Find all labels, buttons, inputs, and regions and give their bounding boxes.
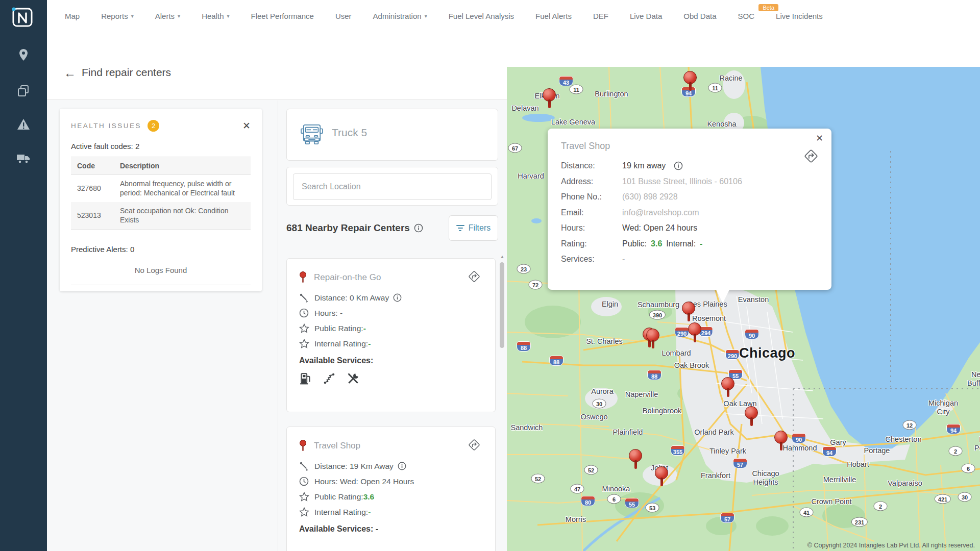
map-pin[interactable]: [543, 88, 556, 102]
nav-item-administration[interactable]: Administration▾: [362, 12, 438, 20]
map-label: St. Charles: [586, 337, 623, 346]
nav-item-health[interactable]: Health▾: [191, 12, 240, 20]
map-pin[interactable]: [721, 377, 734, 390]
fault-col-description: Description: [114, 157, 251, 175]
nav-item-label: Map: [65, 12, 80, 20]
scrollbar-thumb[interactable]: [500, 262, 504, 348]
internal-rating-label: Internal Rating:: [314, 339, 368, 348]
scroll-up-arrow[interactable]: ▲: [499, 254, 506, 259]
map-label: Oswego: [580, 413, 607, 421]
map-label: Evanston: [738, 295, 769, 304]
repair-center-card[interactable]: Repair-on-the Go Distance: 0 Km Away: [286, 258, 496, 412]
nav-item-fleet-performance[interactable]: Fleet Performance: [240, 12, 325, 20]
distance-text: Distance: 19 Km Away: [314, 462, 394, 471]
popup-services-label: Services:: [561, 255, 622, 264]
sidebar: [0, 0, 47, 551]
nav-item-reports[interactable]: Reports▾: [90, 12, 144, 20]
map-pin[interactable]: [688, 322, 701, 336]
map[interactable]: RacineBurlingtonElkhornDelavanLake Genev…: [507, 67, 980, 551]
map-pin[interactable]: [629, 449, 642, 462]
map-info-popup: ✕ Travel Shop Distance: 19 km away Addre…: [548, 129, 831, 290]
fault-col-code: Code: [71, 157, 114, 175]
map-pin[interactable]: [774, 431, 788, 444]
map-pin[interactable]: [745, 406, 758, 419]
road-shield: 88: [517, 341, 531, 352]
map-label: Kenosha: [707, 120, 736, 129]
map-label: Burlington: [595, 90, 628, 98]
nav-item-soc[interactable]: SOCBeta: [727, 12, 766, 20]
internal-rating-label: Internal Rating:: [314, 508, 368, 517]
map-label: La Porte: [974, 435, 980, 452]
chevron-down-icon: ▾: [227, 13, 229, 19]
directions-icon[interactable]: [465, 436, 483, 456]
popup-rating-value: Public: 3.6 Internal: -: [622, 239, 702, 248]
truck-side-icon[interactable]: [14, 149, 33, 168]
popup-rating-label: Rating:: [561, 239, 622, 248]
nav-item-fuel-level-analysis[interactable]: Fuel Level Analysis: [438, 12, 525, 20]
table-row: 523013 Seat occupation not Ok: Condition…: [71, 202, 251, 230]
nav-item-live-incidents[interactable]: Live Incidents: [765, 12, 834, 20]
warning-triangle-icon[interactable]: [14, 115, 33, 134]
road-shield: 88: [647, 370, 662, 380]
list-header: 681 Nearby Repair Centers Filters: [286, 214, 498, 242]
directions-icon[interactable]: [465, 268, 483, 287]
nav-item-live-data[interactable]: Live Data: [619, 12, 673, 20]
suspension-icon: [323, 372, 336, 385]
road-shield: 52: [531, 474, 545, 484]
filters-button[interactable]: Filters: [449, 215, 498, 241]
nav-item-label: DEF: [593, 12, 608, 20]
nav-item-user[interactable]: User: [325, 12, 362, 20]
road-shield: 43: [559, 76, 573, 86]
map-label: Orland Park: [694, 428, 733, 437]
back-arrow-icon[interactable]: ←: [62, 65, 78, 81]
location-pin-icon[interactable]: [14, 46, 33, 64]
health-issues-card: HEALTH ISSUES 2 ✕ Active fault codes: 2 …: [60, 109, 262, 291]
map-label: Morris: [566, 515, 586, 524]
road-shield: 67: [508, 143, 522, 153]
road-shield: 57: [733, 458, 747, 468]
nav-item-alerts[interactable]: Alerts▾: [144, 12, 191, 20]
copy-pages-icon[interactable]: [14, 82, 33, 100]
list-scrollbar[interactable]: ▲: [499, 254, 506, 551]
nav-item-label: Fuel Level Analysis: [449, 12, 514, 20]
info-icon[interactable]: [674, 161, 683, 170]
popup-distance-value: 19 km away: [622, 161, 683, 170]
road-shield: 290: [725, 349, 740, 360]
map-pin[interactable]: [646, 329, 659, 342]
road-shield: 11: [708, 83, 722, 93]
repair-center-name: Repair-on-the Go: [314, 272, 381, 283]
info-icon[interactable]: [398, 462, 406, 470]
map-label: Portage: [864, 446, 890, 455]
nav-item-fuel-alerts[interactable]: Fuel Alerts: [525, 12, 582, 20]
nav-item-map[interactable]: Map: [54, 12, 90, 20]
nav-item-def[interactable]: DEF: [582, 12, 619, 20]
map-label: Tinley Park: [709, 447, 746, 456]
road-shield: 41: [800, 508, 814, 517]
popup-email-label: Email:: [561, 208, 622, 217]
page-title: Find repair centers: [82, 66, 171, 79]
map-pin[interactable]: [682, 302, 695, 315]
map-label: Lake Geneva: [551, 118, 595, 127]
repair-tools-icon: [346, 372, 360, 385]
close-icon[interactable]: ✕: [816, 133, 823, 144]
nav-item-label: Obd Data: [683, 12, 716, 20]
vehicle-card[interactable]: Truck 5: [286, 109, 498, 161]
public-rating-label: Public Rating:: [314, 324, 363, 333]
vehicle-name: Truck 5: [332, 127, 367, 139]
map-pin[interactable]: [655, 466, 668, 480]
health-issues-title: HEALTH ISSUES: [71, 122, 141, 130]
close-icon[interactable]: ✕: [242, 120, 251, 132]
search-location-input[interactable]: [293, 173, 492, 200]
info-icon[interactable]: [414, 223, 423, 233]
nav-item-label: SOC: [738, 12, 755, 20]
map-label: Oak Brook: [674, 361, 709, 370]
nav-item-obd-data[interactable]: Obd Data: [673, 12, 727, 20]
road-shield: 52: [584, 465, 598, 475]
app-logo-icon[interactable]: [11, 7, 34, 31]
map-pin[interactable]: [683, 71, 697, 84]
road-shield: 2: [949, 446, 963, 456]
road-shield: 11: [570, 85, 583, 94]
repair-center-card[interactable]: Travel Shop Distance: 19 Km Away: [286, 427, 496, 551]
directions-icon[interactable]: [801, 146, 821, 168]
info-icon[interactable]: [393, 293, 402, 302]
